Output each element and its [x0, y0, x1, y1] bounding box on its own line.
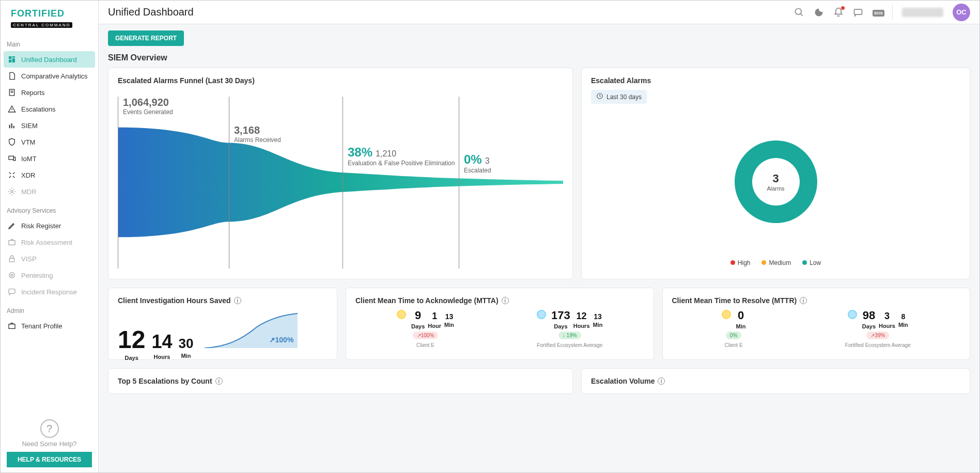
svg-rect-8 [9, 125, 10, 129]
sidebar-item-label: Unified Dashboard [21, 56, 77, 64]
sidebar-item-pentesting[interactable]: Pentesting [1, 267, 98, 283]
sidebar-item-label: Tenant Profile [21, 322, 63, 330]
file-icon [8, 72, 16, 80]
info-icon[interactable]: i [800, 297, 807, 304]
user-avatar[interactable]: OC [953, 4, 970, 21]
funnel-stage-2-pct: 38% [348, 145, 372, 159]
sidebar: FORTIFIED CENTRAL COMMAND MainUnified Da… [1, 1, 99, 472]
sidebar-item-label: XDR [21, 171, 35, 179]
legend-item: Low [802, 259, 821, 266]
donut-label: Alarms [767, 185, 784, 192]
mtta-r-sub: Fortified Ecosystem Average [537, 342, 602, 348]
hs-min: 30 [178, 336, 193, 352]
mtta-r-du: Days [554, 323, 567, 329]
mttr-r-du: Days [862, 323, 876, 329]
svg-point-13 [11, 191, 13, 193]
sidebar-item-iomt[interactable]: IoMT [1, 150, 98, 167]
search-icon[interactable] [794, 7, 804, 18]
sidebar-item-label: VTM [21, 138, 35, 146]
funnel-title: Escalated Alarms Funnel (Last 30 Days) [118, 76, 563, 85]
legend-item: High [730, 259, 751, 266]
funnel-stage-0-label: Events Generated [123, 108, 173, 116]
donut-chart: 3 Alarms [735, 140, 817, 223]
sidebar-item-visp[interactable]: VISP [1, 250, 98, 267]
sidebar-item-tenant-profile[interactable]: Tenant Profile [1, 318, 98, 334]
svg-rect-0 [9, 56, 11, 59]
sidebar-item-label: Comparative Analytics [21, 72, 88, 80]
hs-min-u: Min [181, 353, 191, 359]
funnel-stage-3-value: 3 [485, 156, 490, 165]
generate-report-button[interactable]: GENERATE REPORT [108, 30, 184, 46]
sidebar-item-reports[interactable]: Reports [1, 84, 98, 101]
avg-coin-icon [537, 310, 546, 319]
sidebar-item-label: Risk Assessment [21, 239, 72, 246]
brand-logo: FORTIFIED CENTRAL COMMAND [1, 1, 98, 34]
chat-icon [8, 288, 16, 296]
mttr-r-hu: Hours [879, 323, 895, 329]
sidebar-item-vtm[interactable]: VTM [1, 134, 98, 150]
info-icon[interactable]: i [215, 377, 223, 385]
mtta-l-mu: Min [444, 322, 454, 328]
messages-icon[interactable] [853, 7, 863, 18]
expand-icon [8, 171, 16, 179]
donut-legend: HighMediumLow [591, 259, 960, 266]
notifications-icon[interactable] [833, 7, 844, 18]
briefcase-icon [8, 238, 16, 246]
sidebar-item-siem[interactable]: SIEM [1, 117, 98, 134]
svg-rect-14 [9, 241, 15, 245]
bars-icon [8, 121, 16, 130]
content-area[interactable]: GENERATE REPORT SIEM Overview Escalated … [99, 24, 979, 472]
shield-icon [8, 138, 16, 146]
info-icon[interactable]: i [234, 297, 241, 304]
sidebar-item-label: SIEM [21, 122, 38, 130]
mttr-l-du: Min [736, 323, 746, 329]
mttr-card: Client Mean Time to Resolve (MTTR)i 0Min… [662, 288, 971, 360]
avg-coin-icon [848, 310, 857, 319]
escalation-volume-card: Escalation Volumei [581, 368, 970, 394]
nav-section-label: Advisory Services [1, 200, 98, 217]
hs-days: 12 [118, 325, 145, 354]
escalated-title: Escalated Alarms [591, 76, 960, 85]
briefcase-icon [8, 322, 16, 330]
mtta-r-pill: ↓ 19% [558, 332, 581, 339]
mttr-l-sub: Client E [722, 342, 746, 348]
hours-badge: ↗100% [269, 336, 294, 344]
sidebar-item-incident-response[interactable]: Incident Response [1, 283, 98, 300]
mtta-l-d: 9 [415, 309, 421, 322]
sidebar-item-label: MDR [21, 188, 37, 196]
hours-spark-chart: ↗100% [205, 312, 298, 348]
funnel-stage-3-label: Escalated [464, 167, 491, 174]
svg-rect-22 [854, 9, 862, 14]
funnel-stage-0-value: 1,064,920 [123, 97, 173, 108]
dark-mode-icon[interactable] [814, 7, 824, 18]
sidebar-item-mdr[interactable]: MDR [1, 183, 98, 200]
sidebar-item-label: IoMT [21, 155, 37, 163]
dashboard-icon [8, 55, 16, 64]
sidebar-item-comparative-analytics[interactable]: Comparative Analytics [1, 68, 98, 84]
sidebar-item-xdr[interactable]: XDR [1, 167, 98, 183]
info-icon[interactable]: i [502, 297, 509, 304]
sidebar-item-unified-dashboard[interactable]: Unified Dashboard [4, 51, 95, 68]
svg-point-17 [11, 274, 13, 276]
sidebar-item-label: Pentesting [21, 272, 53, 279]
help-resources-button[interactable]: HELP & RESOURCES [7, 452, 92, 467]
sidebar-item-risk-assessment[interactable]: Risk Assessment [1, 234, 98, 250]
nav-scroll[interactable]: MainUnified DashboardComparative Analyti… [1, 34, 98, 414]
nav-section-label: Main [1, 34, 98, 51]
sidebar-item-label: Incident Response [21, 288, 77, 296]
hs-hours-u: Hours [154, 354, 170, 360]
mtta-l-pill: ↗100% [413, 332, 439, 339]
doc-icon [8, 88, 16, 97]
sidebar-item-risk-register[interactable]: Risk Register [1, 217, 98, 234]
sidebar-item-escalations[interactable]: Escalations [1, 101, 98, 117]
svg-rect-18 [9, 289, 15, 294]
info-icon[interactable]: i [658, 377, 665, 385]
svg-rect-1 [12, 56, 15, 58]
svg-rect-9 [11, 123, 12, 128]
sos-button[interactable]: SOS [873, 7, 883, 18]
time-range-chip[interactable]: Last 30 days [591, 90, 647, 104]
help-icon: ? [40, 419, 59, 438]
escalated-alarms-card: Escalated Alarms Last 30 days 3 Alarms [581, 68, 970, 279]
mtta-title: Client Mean Time to Acknowledge (MTTA) [355, 296, 499, 305]
svg-rect-2 [12, 58, 15, 62]
